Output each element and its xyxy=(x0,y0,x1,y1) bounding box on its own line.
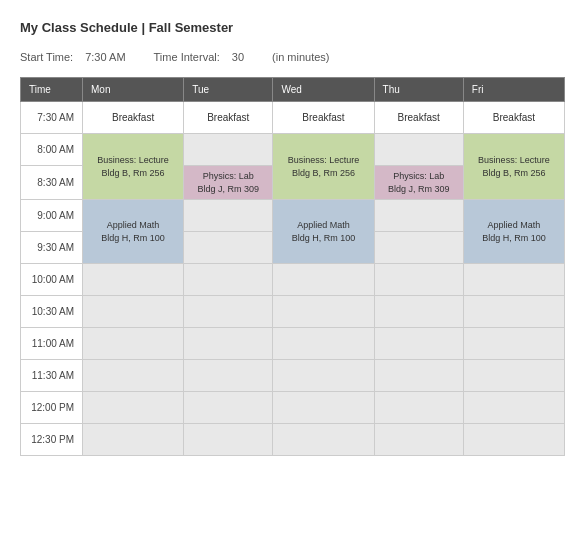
table-row: 7:30 AM Breakfast Breakfast Breakfast Br… xyxy=(21,102,565,134)
fri-empty xyxy=(463,328,564,360)
thu-empty xyxy=(374,296,463,328)
wed-business: Business: LectureBldg B, Rm 256 xyxy=(273,134,374,200)
time-cell: 9:00 AM xyxy=(21,200,83,232)
interval-value: 30 xyxy=(232,51,244,63)
time-cell: 8:00 AM xyxy=(21,134,83,166)
interval-unit: (in minutes) xyxy=(272,51,329,63)
mon-empty xyxy=(83,360,184,392)
tue-empty xyxy=(184,392,273,424)
mon-empty xyxy=(83,296,184,328)
time-cell: 10:30 AM xyxy=(21,296,83,328)
wed-empty xyxy=(273,328,374,360)
start-time-value: 7:30 AM xyxy=(85,51,125,63)
table-row: 10:00 AM xyxy=(21,264,565,296)
fri-applied: Applied MathBldg H, Rm 100 xyxy=(463,200,564,264)
fri-breakfast: Breakfast xyxy=(463,102,564,134)
thu-empty xyxy=(374,200,463,232)
start-time-label: Start Time: xyxy=(20,51,73,63)
mon-empty xyxy=(83,392,184,424)
fri-business: Business: LectureBldg B, Rm 256 xyxy=(463,134,564,200)
mon-applied: Applied MathBldg H, Rm 100 xyxy=(83,200,184,264)
tue-breakfast: Breakfast xyxy=(184,102,273,134)
thu-empty xyxy=(374,360,463,392)
thu-empty xyxy=(374,424,463,456)
col-header-mon: Mon xyxy=(83,78,184,102)
table-row: 11:00 AM xyxy=(21,328,565,360)
col-header-tue: Tue xyxy=(184,78,273,102)
thu-empty xyxy=(374,328,463,360)
fri-empty xyxy=(463,264,564,296)
thu-empty xyxy=(374,134,463,166)
time-cell: 12:30 PM xyxy=(21,424,83,456)
col-header-time: Time xyxy=(21,78,83,102)
mon-empty xyxy=(83,424,184,456)
fri-empty xyxy=(463,392,564,424)
tue-empty xyxy=(184,264,273,296)
mon-empty xyxy=(83,328,184,360)
table-row: 9:00 AM Applied MathBldg H, Rm 100 Appli… xyxy=(21,200,565,232)
thu-breakfast: Breakfast xyxy=(374,102,463,134)
col-header-wed: Wed xyxy=(273,78,374,102)
thu-physics: Physics: LabBldg J, Rm 309 xyxy=(374,166,463,200)
wed-empty xyxy=(273,296,374,328)
wed-empty xyxy=(273,360,374,392)
tue-physics: Physics: LabBldg J, Rm 309 xyxy=(184,166,273,200)
table-row: 11:30 AM xyxy=(21,360,565,392)
time-cell: 7:30 AM xyxy=(21,102,83,134)
fri-empty xyxy=(463,296,564,328)
tue-empty xyxy=(184,232,273,264)
fri-empty xyxy=(463,360,564,392)
wed-empty xyxy=(273,264,374,296)
mon-breakfast: Breakfast xyxy=(83,102,184,134)
time-cell: 11:00 AM xyxy=(21,328,83,360)
interval-label: Time Interval: xyxy=(154,51,220,63)
thu-empty xyxy=(374,232,463,264)
time-cell: 11:30 AM xyxy=(21,360,83,392)
table-row: 8:00 AM Business: LectureBldg B, Rm 256 … xyxy=(21,134,565,166)
table-row: 12:00 PM xyxy=(21,392,565,424)
tue-empty xyxy=(184,134,273,166)
table-row: 10:30 AM xyxy=(21,296,565,328)
header-row: Time Mon Tue Wed Thu Fri xyxy=(21,78,565,102)
col-header-thu: Thu xyxy=(374,78,463,102)
meta-info: Start Time: 7:30 AM Time Interval: 30 (i… xyxy=(20,51,565,63)
wed-empty xyxy=(273,424,374,456)
thu-empty xyxy=(374,392,463,424)
tue-empty xyxy=(184,200,273,232)
wed-breakfast: Breakfast xyxy=(273,102,374,134)
tue-empty xyxy=(184,296,273,328)
thu-empty xyxy=(374,264,463,296)
mon-empty xyxy=(83,264,184,296)
time-cell: 8:30 AM xyxy=(21,166,83,200)
tue-empty xyxy=(184,424,273,456)
tue-empty xyxy=(184,328,273,360)
time-cell: 12:00 PM xyxy=(21,392,83,424)
page-title: My Class Schedule | Fall Semester xyxy=(20,20,565,35)
time-cell: 9:30 AM xyxy=(21,232,83,264)
tue-empty xyxy=(184,360,273,392)
table-row: 12:30 PM xyxy=(21,424,565,456)
schedule-table: Time Mon Tue Wed Thu Fri 7:30 AM Breakfa… xyxy=(20,77,565,456)
wed-applied: Applied MathBldg H, Rm 100 xyxy=(273,200,374,264)
mon-business: Business: LectureBldg B, Rm 256 xyxy=(83,134,184,200)
col-header-fri: Fri xyxy=(463,78,564,102)
wed-empty xyxy=(273,392,374,424)
time-cell: 10:00 AM xyxy=(21,264,83,296)
fri-empty xyxy=(463,424,564,456)
